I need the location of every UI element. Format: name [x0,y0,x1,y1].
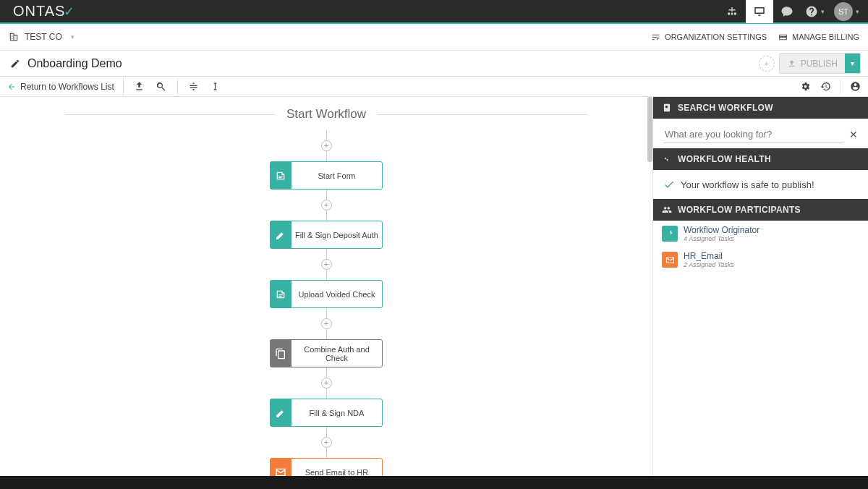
person-circle-icon[interactable] [849,81,861,93]
right-sidebar: SEARCH WORKFLOW ✕ WORKFLOW HEALTH Your w… [652,97,868,476]
pencil-icon [270,399,292,427]
text-cursor-icon[interactable] [210,81,221,93]
user-avatar[interactable]: ST [834,2,853,21]
step-fill-sign-nda[interactable]: Fill & Sign NDA [270,399,383,427]
health-message-row: Your workflow is safe to publish! [653,170,868,199]
step-send-email[interactable]: Send Email to HR [270,458,383,476]
participant-tasks: 4 Assigned Tasks [684,235,760,242]
add-step-button[interactable]: + [321,200,332,211]
manage-billing-label: MANAGE BILLING [792,33,859,41]
health-panel-header: WORKFLOW HEALTH [653,148,868,170]
step-start-form[interactable]: Start Form [270,161,383,190]
upload-icon [787,59,796,68]
search-icon[interactable] [156,81,167,93]
participant-row[interactable]: HR_Email 2 Assigned Tasks [653,247,868,273]
add-step-button[interactable]: + [321,318,332,329]
logo-check-icon: ✓ [64,4,75,20]
start-workflow-divider: Start Workflow [0,107,652,122]
workflow-flow: + Start Form + Fill & Sign Deposit Auth … [0,130,652,476]
toolbar-divider [177,80,178,94]
step-combine[interactable]: Combine Auth and Check [270,339,383,367]
export-icon[interactable] [134,81,145,93]
participant-name: HR_Email [684,251,734,261]
toolbar-left: Return to Workflows List [7,77,221,97]
participant-tasks: 2 Assigned Tasks [684,261,734,268]
participant-icon [662,252,678,268]
canvas-scrollbar[interactable] [647,97,652,476]
edit-icon[interactable] [10,59,20,69]
manage-billing-link[interactable]: MANAGE BILLING [778,33,859,42]
collapse-icon[interactable] [188,81,200,93]
step-label: Start Form [292,161,383,190]
sliders-icon [651,33,660,42]
toolbar: Return to Workflows List [0,77,868,97]
form-icon [270,161,292,190]
header-icons: ▾ ST ▾ [718,0,859,22]
main: Start Workflow + Start Form + Fill & Sig… [0,97,868,476]
footer [0,476,868,489]
search-input[interactable] [663,126,843,143]
title-right: + PUBLISH ▾ [759,53,861,74]
org-actions: ORGANIZATION SETTINGS MANAGE BILLING [651,33,859,42]
participant-name: Workflow Originator [684,225,760,235]
caret-icon: ▾ [821,8,825,15]
step-label: Fill & Sign NDA [292,399,383,427]
step-label: Upload Voided Check [292,280,383,308]
toolbar-right [799,80,861,94]
add-step-button[interactable]: + [321,140,332,151]
org-selector[interactable]: TEST CO ▾ [9,32,75,42]
participants-panel-header: WORKFLOW PARTICIPANTS [653,199,868,221]
sitemap-icon[interactable] [718,0,746,23]
org-name: TEST CO [25,32,62,42]
workflow-canvas[interactable]: Start Workflow + Start Form + Fill & Sig… [0,97,652,476]
publish-button[interactable]: PUBLISH ▾ [779,53,861,74]
step-label: Combine Auth and Check [292,339,383,367]
avatar-caret-icon: ▾ [856,8,859,15]
participant-icon [662,226,678,242]
avatar-initials: ST [838,7,848,16]
health-header-label: WORKFLOW HEALTH [678,154,771,164]
mail-icon [270,458,292,476]
help-icon[interactable]: ▾ [801,0,828,23]
org-caret-icon: ▾ [71,33,75,41]
pencil-icon [270,221,292,249]
step-fill-sign-deposit[interactable]: Fill & Sign Deposit Auth [270,221,383,249]
add-step-button[interactable]: + [321,259,332,270]
return-link[interactable]: Return to Workflows List [7,77,124,97]
card-icon [778,33,788,42]
org-settings-link[interactable]: ORGANIZATION SETTINGS [651,33,767,42]
logo-text: ONTAS [13,3,65,20]
clear-search-icon[interactable]: ✕ [849,129,858,140]
add-step-button[interactable]: + [321,378,332,388]
logo: ONTAS✓ [13,3,75,20]
gear-icon[interactable] [799,81,811,93]
org-settings-label: ORGANIZATION SETTINGS [665,33,767,41]
search-panel-header: SEARCH WORKFLOW [653,97,868,119]
org-bar: TEST CO ▾ ORGANIZATION SETTINGS MANAGE B… [0,24,868,51]
arrow-left-icon [7,82,16,91]
people-icon [662,205,672,215]
step-label: Send Email to HR [292,458,383,476]
toolbar-divider-2 [840,80,841,94]
start-workflow-label: Start Workflow [286,107,366,122]
history-icon[interactable] [820,81,831,93]
copy-icon [270,339,292,367]
monitor-icon[interactable] [746,0,773,23]
add-step-button[interactable]: + [321,437,332,448]
clipboard-search-icon [662,103,672,113]
add-placeholder-icon[interactable]: + [759,56,775,72]
health-message: Your workflow is safe to publish! [681,179,814,190]
building-icon [9,32,19,42]
search-row: ✕ [653,119,868,148]
workflow-title[interactable]: Onboarding Demo [27,57,122,70]
form-icon [270,280,292,308]
participant-row[interactable]: Workflow Originator 4 Assigned Tasks [653,221,868,247]
title-bar: Onboarding Demo + PUBLISH ▾ [0,51,868,77]
publish-caret[interactable]: ▾ [845,54,860,73]
publish-label: PUBLISH [801,59,838,69]
step-upload-check[interactable]: Upload Voided Check [270,280,383,308]
heartbeat-icon [662,154,672,164]
check-icon [663,179,675,190]
app-header: ONTAS✓ ▾ ST ▾ [0,0,868,24]
chat-icon[interactable] [773,0,801,23]
